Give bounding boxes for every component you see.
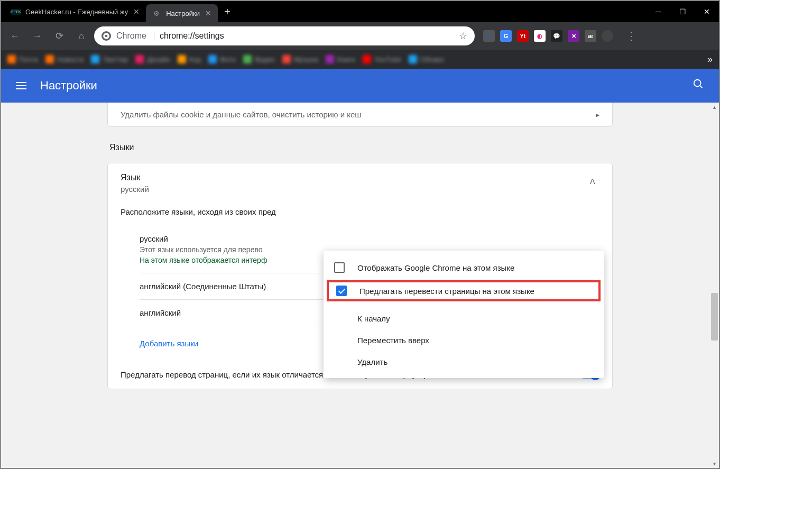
- omnibox-url: chrome://settings: [160, 31, 454, 41]
- svg-point-2: [694, 80, 701, 87]
- menu-move-to-top[interactable]: К началу: [324, 308, 604, 329]
- bookmarks-overflow-icon[interactable]: »: [707, 54, 713, 65]
- bookmark-star-icon[interactable]: ☆: [459, 30, 467, 42]
- scrollbar[interactable]: ▴ ▾: [710, 103, 719, 468]
- bookmark-item[interactable]: Облако: [409, 55, 444, 63]
- bookmarks-bar: Почта Новости Твиттер Дизайн Код Фото Ви…: [1, 50, 719, 69]
- browser-menu-button[interactable]: ⋮: [622, 30, 641, 42]
- bookmark-item[interactable]: Книги: [326, 55, 355, 63]
- close-tab-icon[interactable]: ✕: [133, 7, 140, 16]
- bookmark-item[interactable]: Фото: [208, 55, 236, 63]
- extension-icon[interactable]: ◐: [534, 30, 546, 42]
- gear-icon: ⚙: [152, 9, 161, 17]
- minimize-button[interactable]: ─: [646, 1, 670, 22]
- scroll-down-arrow[interactable]: ▾: [710, 459, 719, 468]
- forward-button[interactable]: →: [27, 26, 47, 45]
- tab-geekhacker[interactable]: GEEK GeekHacker.ru - Ежедневный жу ✕: [5, 3, 146, 21]
- clear-data-subtitle: Удалить файлы cookie и данные сайтов, оч…: [121, 110, 361, 119]
- menu-display-chrome-in-lang[interactable]: Отображать Google Chrome на этом языке: [324, 256, 604, 279]
- chrome-icon: [102, 31, 111, 41]
- extensions-area: 🐾 G Yt ◐ 💬 ✕ æ: [478, 30, 619, 42]
- tab-settings[interactable]: ⚙ Настройки ✕: [146, 4, 218, 22]
- tab-title: GeekHacker.ru - Ежедневный жу: [25, 8, 128, 16]
- bookmark-item[interactable]: Дизайн: [135, 55, 170, 63]
- new-tab-button[interactable]: +: [218, 6, 237, 18]
- maximize-button[interactable]: ☐: [670, 1, 695, 22]
- favicon-geek: GEEK: [12, 7, 20, 16]
- chevron-up-icon[interactable]: ᐱ: [586, 173, 599, 190]
- bookmark-item[interactable]: Код: [178, 55, 201, 63]
- menu-move-up[interactable]: Переместить вверх: [324, 329, 604, 351]
- language-expand-header[interactable]: Язык русский ᐱ: [108, 163, 612, 198]
- language-context-menu: Отображать Google Chrome на этом языке П…: [324, 251, 604, 378]
- svg-line-3: [700, 86, 703, 88]
- menu-offer-translate[interactable]: Предлагать перевести страницы на этом яз…: [326, 279, 602, 302]
- scroll-up-arrow[interactable]: ▴: [710, 103, 719, 112]
- hamburger-menu-icon[interactable]: [12, 78, 31, 94]
- bookmark-item[interactable]: Твиттер: [91, 55, 128, 63]
- window-titlebar: GEEK GeekHacker.ru - Ежедневный жу ✕ ⚙ Н…: [1, 1, 719, 22]
- svg-point-1: [105, 35, 108, 38]
- close-window-button[interactable]: ✕: [695, 1, 719, 22]
- omnibox[interactable]: Chrome chrome://settings ☆: [94, 26, 475, 45]
- menu-delete[interactable]: Удалить: [324, 351, 604, 373]
- extension-icon[interactable]: G: [500, 30, 512, 42]
- bookmark-item[interactable]: Видео: [243, 55, 275, 63]
- bookmark-item[interactable]: Музыка: [282, 55, 318, 63]
- chevron-right-icon: ▸: [596, 111, 599, 119]
- home-button[interactable]: ⌂: [72, 26, 91, 45]
- extension-icon[interactable]: Yt: [517, 30, 529, 42]
- extension-icon[interactable]: æ: [585, 30, 596, 42]
- settings-header: Настройки: [1, 69, 719, 103]
- extension-icon[interactable]: 💬: [551, 30, 562, 42]
- language-current: русский: [121, 185, 586, 194]
- bookmark-item[interactable]: Почта: [7, 55, 38, 63]
- settings-title: Настройки: [40, 79, 688, 93]
- checkbox-checked-icon[interactable]: [336, 286, 347, 296]
- scrollbar-thumb[interactable]: [711, 293, 718, 341]
- language-instruction: Расположите языки, исходя из своих пред: [108, 198, 612, 226]
- languages-section-title: Языки: [109, 143, 613, 152]
- back-button[interactable]: ←: [5, 26, 24, 45]
- extension-icon[interactable]: 🐾: [483, 30, 495, 42]
- clear-data-card[interactable]: Удалить файлы cookie и данные сайтов, оч…: [107, 103, 613, 127]
- extension-icon[interactable]: ✕: [568, 30, 579, 42]
- close-tab-icon[interactable]: ✕: [205, 9, 211, 17]
- bookmark-item[interactable]: YouTube: [363, 55, 401, 63]
- extension-icon[interactable]: [602, 30, 613, 42]
- bookmark-item[interactable]: Новости: [45, 55, 84, 63]
- language-label: Язык: [121, 173, 586, 182]
- omnibox-label: Chrome: [116, 31, 154, 41]
- browser-toolbar: ← → ⟳ ⌂ Chrome chrome://settings ☆ 🐾 G Y…: [1, 22, 719, 50]
- search-icon[interactable]: [688, 74, 708, 97]
- checkbox-unchecked-icon[interactable]: [334, 262, 345, 273]
- reload-button[interactable]: ⟳: [50, 26, 69, 45]
- tab-title: Настройки: [166, 10, 200, 17]
